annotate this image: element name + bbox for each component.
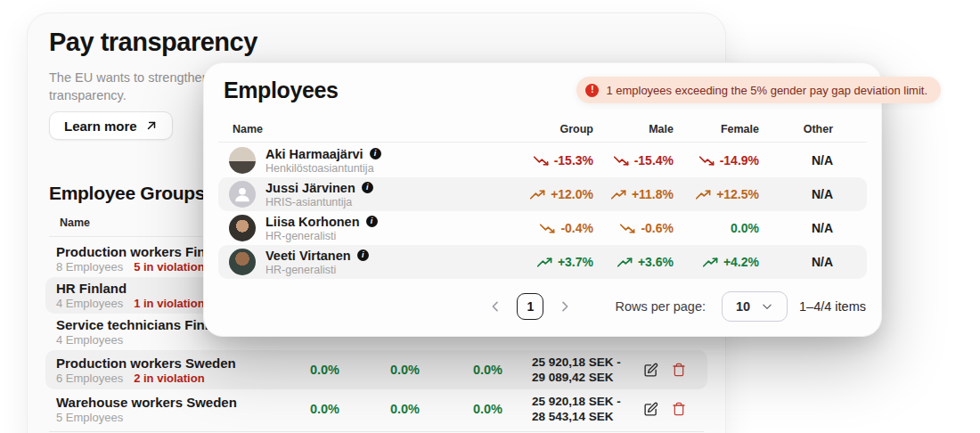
group-row-warehouse-workers-sweden[interactable]: Warehouse workers Sweden 5 Employees 0.0… — [45, 389, 707, 429]
divider — [218, 142, 867, 143]
gap-group: +12.0% — [530, 187, 593, 201]
gap-male: -0.6% — [620, 221, 674, 235]
employees-title: Employees — [224, 78, 338, 103]
group-employee-count: 5 Employees — [56, 411, 123, 424]
exclamation-circle-icon — [585, 84, 599, 97]
page-number-button[interactable]: 1 — [517, 293, 543, 320]
gap-other: N/A — [812, 187, 833, 201]
alert-text: 1 employees exceeding the 5% gender pay … — [606, 84, 927, 97]
gap-group: +3.7% — [537, 255, 593, 269]
employee-role: HR-generalisti — [265, 230, 378, 242]
trending-up-icon — [530, 189, 545, 200]
group-gap-value: 0.0% — [473, 363, 502, 377]
gap-other: N/A — [812, 221, 833, 235]
column-group: Group — [560, 123, 594, 135]
previous-page-button[interactable] — [485, 296, 506, 317]
gap-male: +11.8% — [611, 187, 674, 201]
next-page-button[interactable] — [554, 296, 576, 317]
employee-name: Veeti Virtanen — [265, 249, 351, 263]
edit-icon[interactable] — [643, 402, 658, 417]
column-name: Name — [229, 123, 513, 135]
employee-name: Jussi Järvinen — [265, 181, 355, 195]
gap-male: +3.6% — [617, 255, 674, 269]
edit-icon[interactable] — [643, 363, 658, 378]
arrow-up-right-icon — [145, 119, 158, 132]
group-name: Production workers Sweden — [56, 355, 277, 371]
trash-icon[interactable] — [672, 402, 686, 416]
column-male: Male — [649, 123, 674, 135]
group-employee-count: 6 Employees — [56, 372, 123, 385]
trending-up-icon — [696, 189, 711, 200]
column-other: Other — [804, 123, 833, 135]
gap-group: -0.4% — [540, 221, 593, 235]
employees-table-header: Name Group Male Female Other — [218, 118, 867, 140]
groups-name-header: Name — [60, 216, 90, 229]
trending-up-icon — [537, 257, 552, 268]
page-title: Pay transparency — [49, 28, 725, 57]
group-gap-value: 0.0% — [310, 363, 339, 377]
employee-row-aki-harmaajarvi[interactable]: Aki Harmaajärvi Henkilöstoasiantuntija -… — [218, 143, 867, 177]
employee-name: Liisa Korhonen — [265, 215, 360, 229]
gap-female: 0.0% — [731, 221, 759, 235]
chevron-down-icon — [761, 300, 773, 313]
group-salary-range: 25 920,18 SEK - 28 543,14 SEK — [502, 394, 645, 424]
rows-per-page-label: Rows per page: — [615, 299, 706, 314]
group-gap-value: 0.0% — [390, 402, 420, 416]
info-icon[interactable] — [357, 249, 369, 261]
group-gap-value: 0.0% — [310, 402, 339, 416]
trending-up-icon — [617, 257, 633, 268]
trending-up-icon — [611, 189, 626, 200]
trash-icon[interactable] — [672, 363, 686, 377]
avatar — [229, 181, 256, 208]
info-icon[interactable] — [370, 148, 381, 159]
employee-row-jussi-jarvinen[interactable]: Jussi Järvinen HRIS-asiantuntija +12.0% … — [218, 177, 867, 211]
employees-card: Employees 1 employees exceeding the 5% g… — [203, 62, 882, 337]
rows-per-page-select[interactable]: 10 — [722, 291, 788, 322]
group-salary-range: 25 920,18 SEK - 29 089,42 SEK — [502, 355, 645, 385]
trending-down-icon — [540, 223, 555, 234]
trending-down-icon — [614, 155, 629, 167]
column-female: Female — [721, 123, 759, 135]
group-violation-count: 1 in violation — [134, 297, 204, 310]
avatar — [229, 147, 256, 174]
trending-down-icon — [534, 155, 549, 167]
group-violation-count: 5 in violation — [134, 260, 204, 274]
employee-role: HRIS-asiantuntija — [265, 196, 373, 208]
gap-group: -15.3% — [534, 153, 593, 167]
chevron-left-icon — [488, 299, 502, 314]
pay-gap-alert-badge: 1 employees exceeding the 5% gender pay … — [576, 77, 941, 103]
divider — [49, 431, 704, 432]
avatar — [229, 215, 256, 241]
employees-table: Aki Harmaajärvi Henkilöstoasiantuntija -… — [204, 143, 881, 279]
gap-male: -15.4% — [614, 153, 674, 167]
employee-role: HR-generalisti — [265, 264, 369, 276]
avatar — [229, 249, 256, 275]
employee-role: Henkilöstoasiantuntija — [265, 162, 381, 175]
gap-female: +4.2% — [703, 255, 759, 269]
screen: Pay transparency The EU wants to strengt… — [0, 0, 980, 433]
pagination: 1 Rows per page: 10 1–4/4 items — [204, 290, 866, 323]
group-name: Warehouse workers Sweden — [56, 395, 277, 410]
group-gap-value: 0.0% — [390, 363, 420, 377]
group-gap-value: 0.0% — [473, 402, 502, 416]
chevron-right-icon — [558, 299, 572, 314]
items-count: 1–4/4 items — [799, 299, 866, 314]
info-icon[interactable] — [366, 216, 378, 227]
employee-row-liisa-korhonen[interactable]: Liisa Korhonen HR-generalisti -0.4% -0.6… — [218, 211, 867, 245]
employee-name: Aki Harmaajärvi — [265, 147, 363, 161]
trending-up-icon — [703, 257, 718, 268]
gap-female: -14.9% — [699, 153, 759, 167]
trending-down-icon — [620, 223, 635, 234]
person-silhouette-icon — [233, 184, 252, 204]
gap-other: N/A — [812, 255, 833, 269]
gap-other: N/A — [812, 153, 833, 167]
info-icon[interactable] — [362, 182, 373, 193]
group-row-production-workers-sweden[interactable]: Production workers Sweden 6 Employees 2 … — [45, 350, 707, 389]
group-employee-count: 4 Employees — [56, 297, 123, 310]
gap-female: +12.5% — [696, 187, 759, 201]
group-employee-count: 8 Employees — [56, 260, 123, 274]
group-violation-count: 2 in violation — [134, 372, 204, 385]
employee-row-veeti-virtanen[interactable]: Veeti Virtanen HR-generalisti +3.7% +3.6… — [218, 245, 867, 279]
learn-more-button[interactable]: Learn more — [49, 111, 173, 140]
trending-down-icon — [699, 155, 715, 167]
